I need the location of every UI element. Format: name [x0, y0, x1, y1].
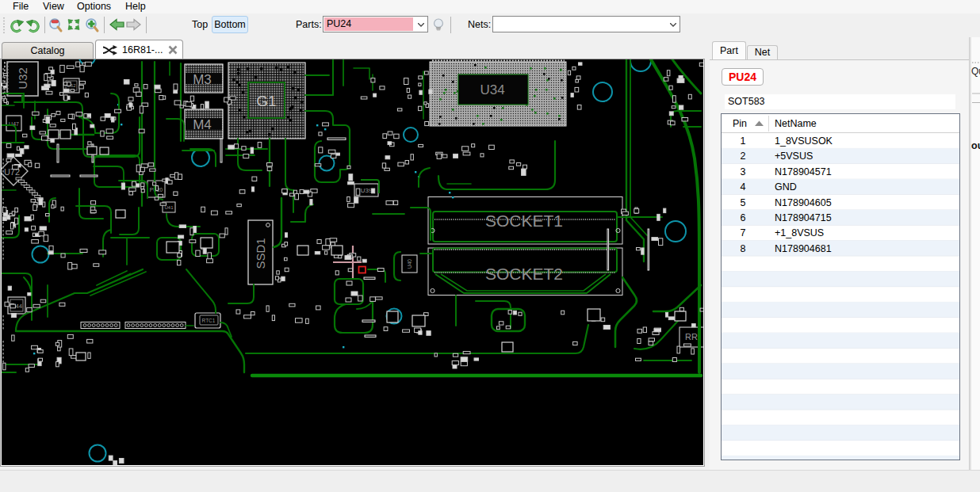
svg-text:U40: U40: [407, 259, 412, 269]
svg-text:G1: G1: [256, 93, 276, 109]
svg-text:N178904715: N178904715: [775, 212, 832, 223]
svg-text:M4: M4: [193, 117, 212, 132]
svg-text:Que: Que: [971, 66, 980, 77]
svg-text:U32: U32: [16, 67, 29, 90]
svg-text:+1_8VSUS: +1_8VSUS: [775, 227, 824, 238]
svg-text:4: 4: [741, 181, 746, 193]
svg-text:3: 3: [741, 166, 746, 177]
svg-text:N178904571: N178904571: [775, 166, 832, 177]
svg-text:Pin: Pin: [733, 118, 747, 129]
svg-text:GND: GND: [775, 181, 797, 193]
svg-text:ou: ou: [971, 140, 980, 151]
svg-text:2: 2: [741, 151, 746, 162]
svg-text:5: 5: [741, 197, 746, 208]
svg-text:NetName: NetName: [775, 118, 817, 129]
svg-text:1: 1: [741, 135, 746, 147]
svg-text:N178904681: N178904681: [775, 243, 832, 254]
svg-text:7: 7: [741, 227, 746, 238]
svg-text:U34: U34: [480, 82, 504, 97]
svg-text:M3: M3: [193, 72, 212, 87]
svg-text:SOCKET1: SOCKET1: [485, 212, 563, 230]
svg-text:1_8VSUSOK: 1_8VSUSOK: [775, 135, 833, 147]
svg-text:SOCKET2: SOCKET2: [485, 265, 563, 283]
svg-text:SSD1: SSD1: [254, 238, 267, 269]
svg-text:6: 6: [741, 212, 746, 223]
svg-text:8: 8: [741, 243, 746, 254]
svg-text:U39: U39: [361, 187, 373, 194]
svg-text:RTC1: RTC1: [202, 318, 216, 323]
svg-text:+5VSUS: +5VSUS: [775, 151, 813, 162]
svg-text:N178904605: N178904605: [775, 197, 832, 208]
svg-text:RR: RR: [685, 332, 698, 341]
